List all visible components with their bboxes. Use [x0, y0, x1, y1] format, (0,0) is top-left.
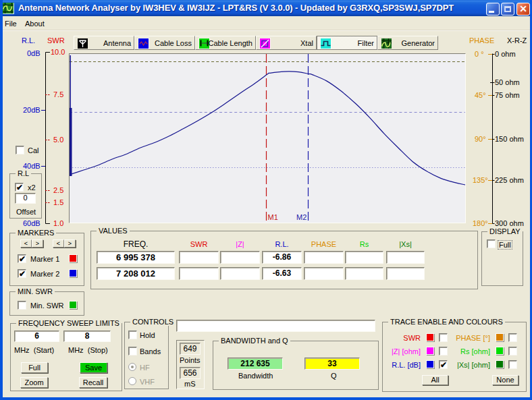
- svg-text:M1: M1: [268, 213, 278, 221]
- svg-text:M2: M2: [296, 213, 307, 221]
